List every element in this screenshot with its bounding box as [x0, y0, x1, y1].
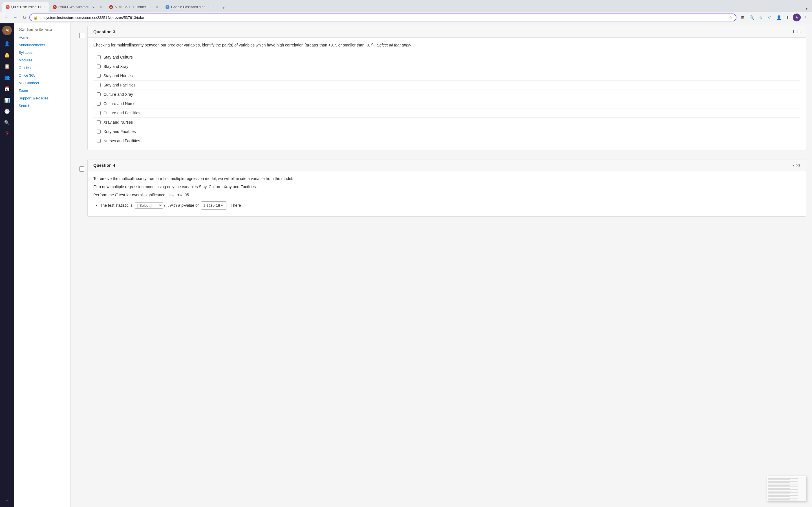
- rail-collapse[interactable]: →: [2, 496, 12, 506]
- checkbox-xray-nurses[interactable]: [97, 120, 101, 124]
- address-lock-icon: 🔒: [33, 15, 38, 20]
- question4-body: To remove the multicollinearity from our…: [88, 171, 806, 216]
- question3-card: Question 3 1 pts Checking for multicolli…: [87, 25, 806, 150]
- checkbox-stay-facilities[interactable]: [97, 83, 101, 87]
- sidebar-item-office365[interactable]: Office 365: [14, 71, 70, 79]
- thumbnail-line-12: [768, 494, 790, 494]
- sidebar-item-syllabus[interactable]: Syllabus: [14, 49, 70, 56]
- thumbnail-line-6: [768, 485, 790, 486]
- tab-close-3[interactable]: ×: [156, 4, 159, 10]
- tab-favicon-3: A: [109, 5, 113, 9]
- checkbox-stay-nurses[interactable]: [97, 74, 101, 78]
- checkbox-culture-facilities[interactable]: [97, 111, 101, 115]
- question4-title: Question 4: [93, 163, 115, 168]
- address-bar[interactable]: 🔒 umsystem.instructure.com/courses/23251…: [29, 13, 737, 21]
- tab-close-1[interactable]: ×: [43, 4, 46, 10]
- question3-pts: 1 pts: [793, 30, 801, 34]
- checkbox-culture-xray[interactable]: [97, 93, 101, 96]
- answer-option-3: Stay and Nurses: [93, 71, 801, 80]
- toolbar-icons: ⊞ 🔍 ☆ 🛡 👤 ⬇ A ⋮: [739, 13, 810, 21]
- bullet1-mid: , with a p-value of: [168, 203, 199, 208]
- rail-notifications[interactable]: 🔔: [2, 50, 12, 60]
- main-layout: M 👤 🔔 📋 👥 📅 📊 🕐 🔍 ❓ → 2024 Summer Semest…: [0, 23, 812, 507]
- test-statistic-select[interactable]: [ Select ]: [135, 202, 163, 209]
- rail-people[interactable]: 👥: [2, 72, 12, 82]
- option-label-2: Stay and Xray: [103, 64, 128, 69]
- extensions-button[interactable]: ⊞: [739, 13, 747, 21]
- browser-chrome: Q Quiz: Discussion 11 × A 3500-HW6-Summe…: [0, 0, 812, 23]
- thumbnail-line-11: [768, 492, 798, 493]
- download-button[interactable]: ⬇: [784, 13, 792, 21]
- rail-help[interactable]: ❓: [2, 129, 12, 139]
- question4-header: Question 4 7 pts: [88, 159, 806, 171]
- search-button[interactable]: 🔍: [748, 13, 756, 21]
- tab-title-3: STAT 3500, Summer 1 2024 ...: [115, 5, 154, 9]
- pvalue-field: 2.728e-16 ▾: [201, 202, 226, 210]
- thumbnail-line-15: [768, 498, 798, 499]
- checkbox-culture-nurses[interactable]: [97, 102, 101, 106]
- tab-overflow-button[interactable]: ▾: [804, 6, 810, 12]
- sidebar-item-muconnect[interactable]: MU Connect: [14, 79, 70, 87]
- sidebar-item-modules[interactable]: Modules: [14, 56, 70, 64]
- tab-close-2[interactable]: ×: [99, 4, 102, 10]
- pvalue-chevron-icon: ▾: [221, 202, 223, 209]
- sidebar-item-announcements[interactable]: Announcements: [14, 41, 70, 49]
- back-button[interactable]: ←: [2, 13, 10, 21]
- option-label-7: Culture and Facilities: [103, 111, 140, 115]
- tab-hw6[interactable]: A 3500-HW6-Summer - STAT ... ×: [49, 2, 106, 12]
- new-tab-button[interactable]: +: [220, 4, 227, 12]
- question3-body: Checking for multicollinearity between o…: [88, 38, 806, 150]
- checkbox-stay-culture[interactable]: [97, 55, 101, 59]
- question4-card: Question 4 7 pts To remove the multicoll…: [87, 159, 806, 217]
- address-text: umsystem.instructure.com/courses/232514/…: [40, 15, 727, 20]
- tab-password[interactable]: G Google Password Manager ×: [162, 2, 218, 12]
- rail-history[interactable]: 🕐: [2, 106, 12, 116]
- tab-bar: Q Quiz: Discussion 11 × A 3500-HW6-Summe…: [0, 0, 812, 12]
- rail-calendar[interactable]: 📅: [2, 83, 12, 94]
- option-label-9: Xray and Facilities: [103, 129, 136, 134]
- question4-text2: Fit a new multiple regression model usin…: [93, 184, 801, 190]
- tab-close-4[interactable]: ×: [212, 4, 215, 10]
- menu-button[interactable]: ⋮: [802, 13, 810, 21]
- checkbox-xray-facilities[interactable]: [97, 129, 101, 133]
- answer-option-1: Stay and Culture: [93, 53, 801, 62]
- bullet1-suffix: . There: [229, 203, 241, 208]
- sidebar-item-home[interactable]: Home: [14, 34, 70, 41]
- bookmark-button[interactable]: ☆: [757, 13, 765, 21]
- option-label-4: Stay and Facilities: [103, 83, 136, 87]
- reload-button[interactable]: ↻: [20, 13, 28, 21]
- answer-option-5: Culture and Xray: [93, 90, 801, 99]
- sidebar-item-zoom[interactable]: Zoom: [14, 87, 70, 94]
- question3-flag-checkbox[interactable]: [79, 33, 84, 38]
- question3-title: Question 3: [93, 29, 115, 34]
- canvas-logo[interactable]: M: [2, 25, 12, 35]
- answer-option-2: Stay and Xray: [93, 62, 801, 71]
- shield-button[interactable]: 🛡: [766, 13, 774, 21]
- sidebar: 2024 Summer Semester Home Announcements …: [14, 23, 70, 507]
- question4-flag-checkbox[interactable]: [79, 166, 84, 172]
- question3-row: Question 3 1 pts Checking for multicolli…: [76, 25, 806, 155]
- sidebar-item-search[interactable]: Search: [14, 102, 70, 110]
- profile-button[interactable]: 👤: [775, 13, 783, 21]
- tab-stat3500[interactable]: A STAT 3500, Summer 1 2024 ... ×: [106, 2, 162, 12]
- rail-inbox[interactable]: 📋: [2, 61, 12, 71]
- tab-favicon-2: A: [53, 5, 57, 9]
- question4-pts: 7 pts: [793, 163, 801, 167]
- option-label-1: Stay and Culture: [103, 55, 133, 59]
- thumbnail-line-16: [768, 499, 790, 500]
- thumbnail-line-3: [768, 481, 798, 482]
- thumbnail-line-9: [768, 489, 798, 490]
- tab-quiz[interactable]: Q Quiz: Discussion 11 ×: [2, 2, 49, 12]
- rail-courses[interactable]: 📊: [2, 95, 12, 105]
- forward-button[interactable]: →: [11, 13, 19, 21]
- profile-avatar[interactable]: A: [793, 13, 801, 21]
- rail-dashboard[interactable]: 👤: [2, 39, 12, 49]
- sidebar-item-grades[interactable]: Grades: [14, 64, 70, 71]
- checkbox-stay-xray[interactable]: [97, 64, 101, 68]
- checkbox-nurses-facilities[interactable]: [97, 139, 101, 143]
- answer-option-10: Nurses and Facilities: [93, 136, 801, 145]
- question4-text3: Perform the F-test for overall significa…: [93, 192, 801, 198]
- bullet1-prefix: The test statistic is: [100, 203, 133, 208]
- rail-search[interactable]: 🔍: [2, 117, 12, 128]
- sidebar-item-support[interactable]: Support & Policies: [14, 94, 70, 102]
